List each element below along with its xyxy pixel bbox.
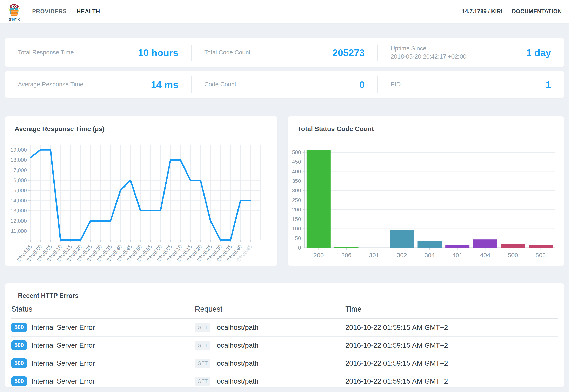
documentation-link[interactable]: DOCUMENTATION xyxy=(512,8,562,15)
stat-label: Uptime Since xyxy=(391,44,466,53)
nav-item-health[interactable]: HEALTH xyxy=(77,8,100,15)
svg-text:13,000: 13,000 xyxy=(10,208,27,214)
table-row: 500Internal Server ErrorGETlocalhost/pat… xyxy=(11,372,558,387)
svg-text:302: 302 xyxy=(397,252,407,258)
svg-text:100: 100 xyxy=(292,225,301,232)
stat-label-wrap: PID xyxy=(391,80,400,88)
line-chart-title: Average Response Time (µs) xyxy=(15,125,104,133)
stat-label: Total Response Time xyxy=(18,48,74,56)
status-code-bar-chart: 0501001502002503003504004505002002063013… xyxy=(288,116,564,266)
status-text: Internal Server Error xyxy=(31,341,95,349)
status-code-badge: 500 xyxy=(11,340,27,350)
stat-label-wrap: Uptime Since2018-05-20 20:42:17 +02:00 xyxy=(391,44,466,61)
stat-label: PID xyxy=(391,80,400,88)
main-nav: PROVIDERSHEALTH xyxy=(32,8,110,15)
stats-row-1: Total Response Time10 hoursTotal Code Co… xyxy=(5,38,564,67)
svg-text:15,000: 15,000 xyxy=(10,187,27,194)
svg-text:500: 500 xyxy=(292,149,301,155)
traefik-gopher-icon xyxy=(6,2,22,18)
dashboard-main: Total Response Time10 hoursTotal Code Co… xyxy=(0,23,569,387)
stat-label-wrap: Total Code Count xyxy=(204,48,251,56)
stat-uptime-since: Uptime Since2018-05-20 20:42:17 +02:001 … xyxy=(377,44,564,61)
table-row: 500Internal Server ErrorGETlocalhost/pat… xyxy=(11,319,558,336)
stat-label: Total Code Count xyxy=(204,48,251,56)
request-cell: GETlocalhost/path xyxy=(195,377,345,386)
svg-text:0: 0 xyxy=(298,245,301,251)
svg-text:401: 401 xyxy=(452,252,463,258)
time-cell: 2016-10-22 01:59:15 AM GMT+2 xyxy=(345,377,558,385)
bar-chart-title: Total Status Code Count xyxy=(298,125,374,133)
svg-text:50: 50 xyxy=(295,235,301,241)
status-code-chart-card: 0501001502002503003504004505002002063013… xyxy=(288,116,564,266)
errors-table-header: StatusRequestTime xyxy=(11,302,558,319)
stat-label: Code Count xyxy=(204,80,236,88)
svg-text:17,000: 17,000 xyxy=(10,167,27,173)
traefik-logo[interactable]: træfik xyxy=(6,2,22,21)
stat-code-count: Code Count0 xyxy=(191,76,377,93)
svg-text:11,000: 11,000 xyxy=(11,228,27,234)
svg-text:450: 450 xyxy=(292,159,301,165)
request-cell: GETlocalhost/path xyxy=(195,323,345,332)
time-text: 2016-10-22 01:59:15 AM GMT+2 xyxy=(345,323,448,331)
errors-table-body: 500Internal Server ErrorGETlocalhost/pat… xyxy=(11,319,558,387)
status-code-badge: 500 xyxy=(11,376,27,386)
svg-text:200: 200 xyxy=(292,207,301,213)
stat-value: 10 hours xyxy=(138,47,178,58)
svg-text:200: 200 xyxy=(313,252,324,258)
app-header: træfik PROVIDERSHEALTH 14.7.1789 / KIRI … xyxy=(0,0,569,23)
stat-label-wrap: Average Response Time xyxy=(18,80,83,88)
response-time-chart-card: 11,00012,00013,00014,00015,00016,00017,0… xyxy=(5,116,277,266)
table-row: 500Internal Server ErrorGETlocalhost/pat… xyxy=(11,336,558,354)
status-text: Internal Server Error xyxy=(31,323,95,331)
stat-label-wrap: Code Count xyxy=(204,80,236,88)
stat-sublabel: 2018-05-20 20:42:17 +02:00 xyxy=(391,53,466,61)
svg-text:300: 300 xyxy=(292,187,301,194)
svg-text:14,000: 14,000 xyxy=(10,197,27,204)
stat-value: 1 day xyxy=(526,47,551,58)
stat-label: Average Response Time xyxy=(18,80,83,88)
column-header-request: Request xyxy=(195,305,345,313)
time-text: 2016-10-22 01:59:15 AM GMT+2 xyxy=(345,359,448,367)
status-cell: 500Internal Server Error xyxy=(11,340,195,350)
request-path: localhost/path xyxy=(215,377,258,385)
stat-label-wrap: Total Response Time xyxy=(18,48,74,56)
traefik-logo-text: træfik xyxy=(9,17,20,21)
svg-text:404: 404 xyxy=(480,252,490,258)
svg-text:500: 500 xyxy=(508,252,518,258)
response-time-line-chart: 11,00012,00013,00014,00015,00016,00017,0… xyxy=(5,116,277,266)
request-cell: GETlocalhost/path xyxy=(195,341,345,350)
svg-text:150: 150 xyxy=(292,216,301,222)
status-text: Internal Server Error xyxy=(31,359,95,367)
stat-total-code-count: Total Code Count205273 xyxy=(191,44,377,61)
stat-pid: PID1 xyxy=(377,76,564,93)
time-text: 2016-10-22 01:59:15 AM GMT+2 xyxy=(345,377,448,385)
table-row: 500Internal Server ErrorGETlocalhost/pat… xyxy=(11,354,558,372)
stat-total-response-time: Total Response Time10 hours xyxy=(5,44,191,61)
version-label: 14.7.1789 / KIRI xyxy=(462,8,502,15)
errors-table-title: Recent HTTP Errors xyxy=(18,292,558,299)
stats-row-2: Average Response Time14 msCode Count0PID… xyxy=(5,71,564,98)
column-header-time: Time xyxy=(345,305,558,313)
svg-text:16,000: 16,000 xyxy=(10,177,27,183)
stat-value: 0 xyxy=(359,79,365,90)
svg-text:350: 350 xyxy=(292,178,301,184)
svg-text:503: 503 xyxy=(536,252,546,258)
nav-item-providers[interactable]: PROVIDERS xyxy=(32,8,67,15)
svg-text:400: 400 xyxy=(292,168,301,175)
stat-average-response-time: Average Response Time14 ms xyxy=(5,76,191,93)
svg-text:301: 301 xyxy=(369,252,379,258)
svg-text:250: 250 xyxy=(292,197,301,203)
recent-errors-card: Recent HTTP Errors StatusRequestTime 500… xyxy=(5,283,564,387)
request-path: localhost/path xyxy=(215,359,258,367)
method-badge: GET xyxy=(195,323,210,332)
charts-row: 11,00012,00013,00014,00015,00016,00017,0… xyxy=(5,116,564,266)
time-cell: 2016-10-22 01:59:15 AM GMT+2 xyxy=(345,341,558,349)
status-code-badge: 500 xyxy=(11,358,27,368)
svg-text:206: 206 xyxy=(341,252,352,258)
stat-value: 1 xyxy=(546,79,551,90)
request-path: localhost/path xyxy=(215,341,258,349)
method-badge: GET xyxy=(195,359,210,368)
time-text: 2016-10-22 01:59:15 AM GMT+2 xyxy=(345,341,448,349)
status-cell: 500Internal Server Error xyxy=(11,322,195,332)
request-path: localhost/path xyxy=(215,323,258,331)
